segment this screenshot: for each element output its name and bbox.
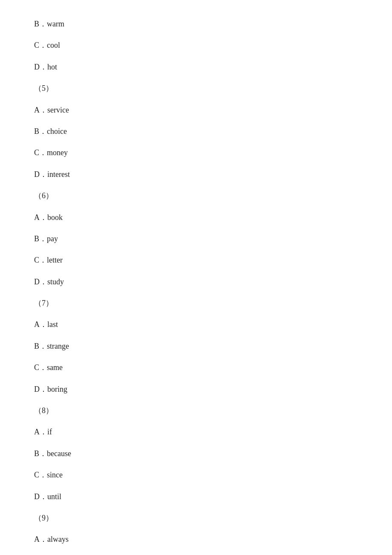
answer-option-q6: （6） xyxy=(34,189,358,202)
answer-option-d-until: D．until xyxy=(34,490,358,503)
answer-option-c-cool: C．cool xyxy=(34,38,358,52)
answer-option-d-hot: D．hot xyxy=(34,60,358,74)
answer-option-c-same: C．same xyxy=(34,361,358,374)
answer-option-d-interest: D．interest xyxy=(34,168,358,181)
answer-option-a-service: A．service xyxy=(34,103,358,117)
answer-option-a-always: A．always xyxy=(34,532,358,546)
answer-option-b-warm: B．warm xyxy=(34,17,358,31)
answer-option-c-letter: C．letter xyxy=(34,253,358,267)
answer-option-a-if: A．if xyxy=(34,425,358,439)
answer-option-d-boring: D．boring xyxy=(34,382,358,396)
answer-option-b-choice: B．choice xyxy=(34,124,358,138)
answer-option-b-because: B．because xyxy=(34,447,358,460)
answer-option-a-last: A．last xyxy=(34,318,358,331)
answer-option-d-study: D．study xyxy=(34,275,358,289)
answer-option-b-pay: B．pay xyxy=(34,232,358,246)
answer-option-q7: （7） xyxy=(34,296,358,310)
answer-option-q9: （9） xyxy=(34,511,358,525)
answer-option-q8: （8） xyxy=(34,404,358,417)
answer-option-q5: （5） xyxy=(34,81,358,95)
answer-option-c-money: C．money xyxy=(34,146,358,159)
answer-option-b-strange: B．strange xyxy=(34,339,358,353)
answer-option-a-book: A．book xyxy=(34,211,358,224)
answer-option-c-since: C．since xyxy=(34,468,358,482)
